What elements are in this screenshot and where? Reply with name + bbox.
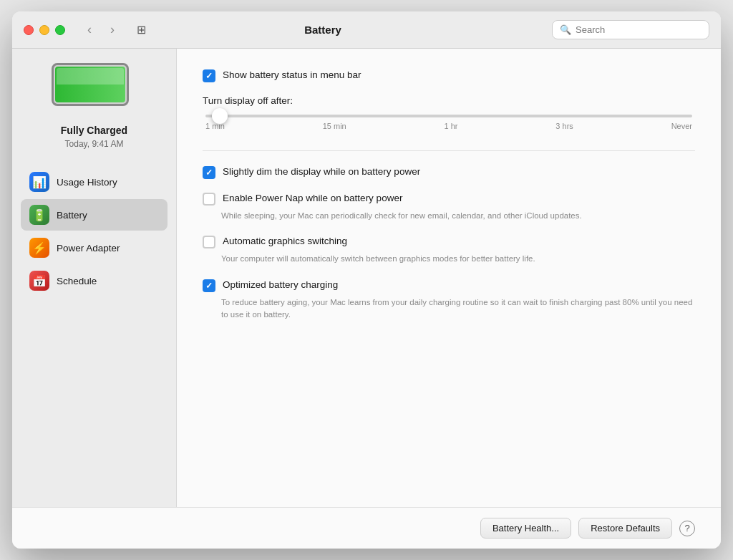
power-nap-desc: While sleeping, your Mac can periodicall… — [221, 210, 695, 222]
optimized-charging-row: Optimized battery charging — [203, 279, 695, 292]
battery-sheen — [57, 68, 124, 85]
sidebar-item-power-adapter-label: Power Adapter — [57, 243, 120, 254]
display-slider-container: 1 min 15 min 1 hr 3 hrs Never — [203, 115, 695, 130]
minimize-button[interactable] — [39, 25, 49, 35]
show-battery-status-label: Show battery status in menu bar — [223, 69, 361, 82]
slider-track — [205, 115, 692, 117]
bottom-bar: Battery Health... Restore Defaults ? — [12, 507, 721, 549]
help-button[interactable]: ? — [679, 521, 695, 536]
dim-display-label: Slightly dim the display while on batter… — [223, 165, 420, 179]
tick-3hrs: 3 hrs — [555, 122, 573, 130]
sidebar-item-schedule-label: Schedule — [57, 276, 97, 286]
divider-1 — [203, 150, 695, 151]
optimized-charging-checkbox[interactable] — [203, 279, 215, 292]
battery-icon — [52, 63, 137, 113]
show-battery-status-row: Show battery status in menu bar — [203, 69, 695, 82]
sidebar-item-usage-history-label: Usage History — [57, 177, 117, 188]
power-adapter-icon: ⚡ — [29, 238, 49, 258]
show-battery-status-checkbox[interactable] — [203, 69, 215, 82]
dim-display-row: Slightly dim the display while on batter… — [203, 165, 695, 179]
main-panel: Show battery status in menu bar Turn dis… — [177, 49, 721, 507]
power-nap-row: Enable Power Nap while on battery power — [203, 192, 695, 206]
auto-graphics-checkbox[interactable] — [203, 236, 215, 248]
auto-graphics-desc: Your computer will automatically switch … — [221, 253, 695, 265]
auto-graphics-row: Automatic graphics switching — [203, 235, 695, 248]
optimized-charging-desc: To reduce battery aging, your Mac learns… — [221, 296, 695, 322]
power-nap-label: Enable Power Nap while on battery power — [223, 192, 402, 206]
search-icon: 🔍 — [560, 24, 571, 35]
search-box[interactable]: 🔍 — [552, 20, 709, 39]
power-nap-checkbox[interactable] — [203, 193, 215, 206]
tick-never: Never — [671, 122, 692, 130]
battery-status-text: Fully Charged — [61, 125, 127, 136]
titlebar: ‹ › ⊞ Battery 🔍 — [12, 11, 721, 49]
content-area: Fully Charged Today, 9:41 AM 📊 Usage His… — [12, 49, 721, 507]
sidebar: Fully Charged Today, 9:41 AM 📊 Usage His… — [12, 49, 177, 507]
restore-defaults-button[interactable]: Restore Defaults — [578, 518, 672, 539]
back-button[interactable]: ‹ — [79, 20, 99, 40]
sidebar-item-power-adapter[interactable]: ⚡ Power Adapter — [21, 232, 168, 264]
battery-fill — [55, 67, 125, 102]
dim-display-checkbox[interactable] — [203, 166, 215, 179]
usage-history-icon: 📊 — [29, 172, 49, 192]
close-button[interactable] — [24, 25, 34, 35]
turn-display-off-label: Turn display off after: — [203, 95, 695, 106]
display-off-section: Turn display off after: 1 min 15 min 1 h… — [203, 95, 695, 130]
search-input[interactable] — [576, 24, 702, 35]
schedule-icon: 📅 — [29, 271, 49, 291]
battery-time-text: Today, 9:41 AM — [65, 139, 124, 149]
tick-1hr: 1 hr — [445, 122, 458, 130]
traffic-lights — [24, 25, 65, 35]
sidebar-item-battery[interactable]: 🔋 Battery — [21, 199, 168, 231]
battery-health-button[interactable]: Battery Health... — [480, 518, 571, 539]
battery-icon-nav: 🔋 — [29, 205, 49, 225]
maximize-button[interactable] — [55, 25, 65, 35]
tick-15min: 15 min — [323, 122, 346, 130]
sidebar-item-schedule[interactable]: 📅 Schedule — [21, 265, 168, 296]
slider-thumb[interactable] — [212, 108, 228, 124]
sidebar-item-battery-label: Battery — [57, 210, 87, 221]
sidebar-nav: 📊 Usage History 🔋 Battery ⚡ Power Adapte… — [12, 166, 176, 296]
optimized-charging-label: Optimized battery charging — [223, 279, 338, 292]
sidebar-item-usage-history[interactable]: 📊 Usage History — [21, 166, 168, 198]
battery-tip — [128, 77, 129, 92]
auto-graphics-label: Automatic graphics switching — [223, 235, 347, 248]
slider-ticks: 1 min 15 min 1 hr 3 hrs Never — [205, 122, 692, 130]
system-preferences-window: ‹ › ⊞ Battery 🔍 Fully Charged Today, 9:4… — [12, 11, 721, 549]
window-title: Battery — [102, 24, 543, 36]
battery-body — [52, 63, 129, 106]
